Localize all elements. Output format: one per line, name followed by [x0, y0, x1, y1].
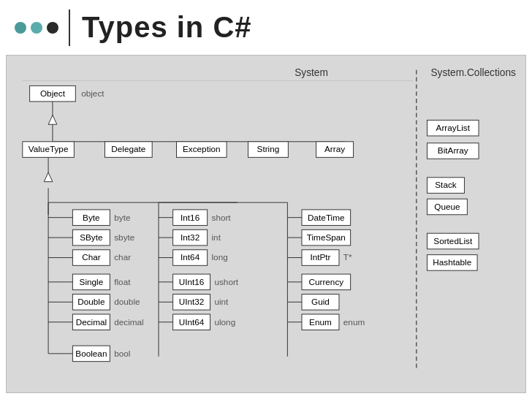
system-label: System	[294, 67, 328, 78]
bitarray-label: BitArray	[438, 145, 468, 155]
uint64-label: UInt64	[179, 317, 205, 327]
double-alias: double	[114, 297, 140, 306]
int64-label: Int64	[180, 252, 200, 262]
char-label: Char	[82, 252, 101, 262]
arraylist-label: ArrayList	[436, 123, 471, 132]
diagram-content: System System.Collections Object object …	[6, 55, 526, 393]
single-alias: float	[114, 277, 131, 286]
char-alias: char	[114, 252, 131, 262]
uint64-alias: ulong	[214, 317, 235, 327]
object-label: Object	[40, 88, 66, 98]
delegate-label: Delegate	[111, 144, 145, 153]
slide: Types in C# System System.Collections Ob…	[0, 0, 532, 399]
header-divider	[69, 10, 70, 46]
dot-2	[31, 22, 42, 34]
single-label: Single	[80, 277, 104, 286]
dots-container	[15, 22, 58, 34]
slide-title: Types in C#	[82, 11, 252, 44]
enum-alias: enum	[343, 317, 365, 327]
boolean-alias: bool	[114, 349, 130, 358]
byte-alias: byte	[114, 213, 131, 222]
queue-label: Queue	[434, 202, 460, 211]
array-label: Array	[324, 144, 345, 153]
datetime-label: DateTime	[308, 213, 345, 222]
decimal-alias: decimal	[114, 317, 144, 327]
uint16-alias: ushort	[214, 277, 238, 286]
vt-arrow	[44, 172, 53, 182]
int16-alias: short	[212, 213, 232, 222]
dot-3	[47, 22, 58, 34]
int32-label: Int32	[180, 232, 200, 242]
intptr-label: IntPtr	[310, 252, 330, 262]
int32-alias: int	[212, 232, 221, 242]
sbyte-alias: sbyte	[114, 232, 135, 242]
hashtable-label: Hashtable	[433, 257, 471, 267]
sbyte-label: SByte	[80, 232, 103, 242]
int16-label: Int16	[180, 213, 200, 222]
int64-alias: long	[212, 252, 228, 262]
valuetype-label: ValueType	[28, 144, 69, 153]
dot-1	[15, 22, 26, 34]
stack-label: Stack	[435, 180, 457, 189]
timespan-label: TimeSpan	[307, 232, 346, 242]
sortedlist-label: SortedList	[433, 236, 473, 246]
decimal-label: Decimal	[76, 317, 107, 327]
string-label: String	[257, 144, 280, 153]
diagram-svg: System System.Collections Object object …	[15, 63, 517, 378]
intptr-alias: T*	[343, 252, 352, 262]
uint32-alias: uint	[214, 297, 229, 306]
exception-label: Exception	[183, 144, 221, 153]
object-arrow	[48, 115, 57, 125]
uint16-label: UInt16	[179, 277, 205, 286]
double-label: Double	[77, 297, 105, 306]
enum-label: Enum	[309, 317, 332, 327]
object-alias: object	[81, 88, 104, 98]
header: Types in C#	[0, 0, 532, 55]
byte-label: Byte	[83, 213, 100, 222]
system-collections-label: System.Collections	[430, 67, 516, 78]
currency-label: Currency	[308, 277, 343, 286]
guid-label: Guid	[311, 297, 330, 306]
boolean-label: Boolean	[75, 349, 107, 358]
uint32-label: UInt32	[179, 297, 205, 306]
